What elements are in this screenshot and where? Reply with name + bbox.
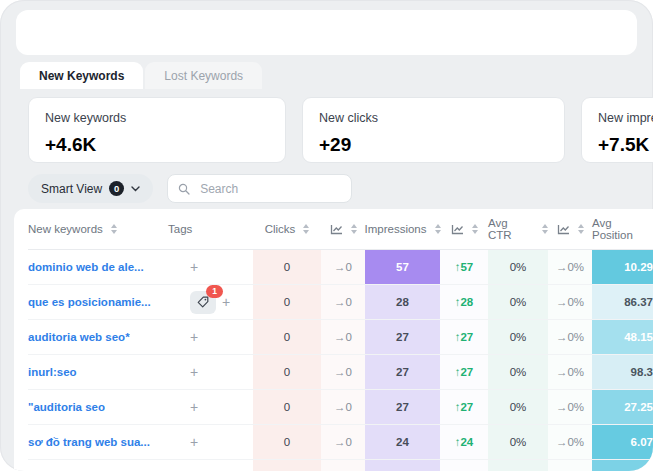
avg-position-value: 27.25	[592, 390, 653, 424]
impressions-change: ↑27	[440, 320, 488, 354]
smart-view-dropdown[interactable]: Smart View 0	[28, 174, 153, 203]
column-header-clicks: Clicks	[253, 209, 321, 249]
impressions-value: 27	[365, 390, 440, 424]
sort-icon[interactable]	[351, 224, 357, 234]
keywords-table: New keywords Tags Clicks Impressions	[14, 209, 653, 471]
sort-icon[interactable]	[303, 224, 309, 234]
clicks-value: 0	[253, 355, 321, 389]
tab-new-keywords[interactable]: New Keywords	[20, 62, 143, 89]
column-header-avg-position: Avg Position	[592, 209, 653, 249]
metric-label: New clicks	[319, 111, 548, 125]
clicks-trend: →0	[321, 355, 365, 389]
column-header-impressions-trend	[440, 209, 488, 249]
impressions-value: 28	[365, 285, 440, 319]
keyword-link[interactable]: que es posicionamie...	[28, 296, 151, 308]
table-row: "auditoria seo+0→027↑270%→0%27.25	[28, 390, 653, 425]
metric-value: +4.6K	[45, 134, 269, 156]
keyword-link[interactable]: inurl:seo	[28, 366, 77, 378]
tag-count-badge: 1	[206, 285, 223, 298]
search-box	[167, 174, 352, 203]
metric-label: New keywords	[45, 111, 269, 125]
avg-ctr-value: 0%	[488, 355, 548, 389]
sort-icon[interactable]	[578, 224, 584, 234]
impressions-change: ↑27	[440, 390, 488, 424]
line-chart-icon	[451, 224, 464, 235]
avg-position-value: 86.37	[592, 285, 653, 319]
metric-value: +29	[319, 134, 548, 156]
column-header-impressions: Impressions	[365, 209, 440, 249]
sort-icon[interactable]	[111, 224, 117, 234]
metric-card-new-keywords: New keywords +4.6K	[28, 97, 286, 163]
metric-cards: New keywords +4.6K New clicks +29 New im…	[28, 97, 653, 163]
ctr-trend: →0%	[548, 390, 592, 424]
avg-position-value: 98.3	[592, 355, 653, 389]
table-row: auditoria web seo*+0→027↑270%→0%48.15	[28, 320, 653, 355]
add-tag-button[interactable]: +	[190, 260, 198, 274]
avg-ctr-value: 0%	[488, 425, 548, 459]
impressions-value: 27	[365, 355, 440, 389]
metric-card-new-clicks: New clicks +29	[302, 97, 565, 163]
clicks-value: 0	[253, 390, 321, 424]
table-row: que es posicionamie...1+0→028↑280%→0%86.…	[28, 285, 653, 320]
tab-lost-keywords[interactable]: Lost Keywords	[145, 62, 262, 89]
table-row: inurl:seo+0→027↑270%→0%98.3	[28, 355, 653, 390]
keyword-link[interactable]: auditoria web seo*	[28, 331, 130, 343]
ctr-trend: →0%	[548, 250, 592, 284]
line-chart-icon	[557, 224, 570, 235]
chevron-down-icon	[131, 186, 140, 192]
table-body: dominio web de ale...+0→057↑570%→0%10.29…	[28, 250, 653, 471]
keyword-link[interactable]: sơ đồ trang web sua...	[28, 436, 150, 448]
impressions-change: ↑57	[440, 250, 488, 284]
top-toolbar-placeholder	[16, 10, 637, 55]
impressions-value: 27	[365, 320, 440, 354]
add-tag-button[interactable]: +	[190, 365, 198, 379]
add-tag-button[interactable]: +	[190, 330, 198, 344]
filter-row: Smart View 0	[28, 174, 653, 203]
impressions-change: ↑27	[440, 355, 488, 389]
impressions-value: 57	[365, 250, 440, 284]
avg-position-value: 10.29	[592, 250, 653, 284]
clicks-trend: →0	[321, 320, 365, 354]
smart-view-label: Smart View	[41, 182, 102, 196]
clicks-trend: →0	[321, 390, 365, 424]
clicks-value: 0	[253, 320, 321, 354]
add-tag-button[interactable]: +	[222, 295, 230, 309]
line-chart-icon	[330, 224, 343, 235]
metric-label: New impressions	[598, 111, 653, 125]
metric-card-new-impressions: New impressions +7.5K	[581, 97, 653, 163]
table-header: New keywords Tags Clicks Impressions	[28, 209, 653, 250]
tag-icon	[197, 296, 209, 308]
impressions-change: ↑28	[440, 285, 488, 319]
clicks-value: 0	[253, 250, 321, 284]
clicks-trend: →0	[321, 250, 365, 284]
column-header-clicks-trend	[321, 209, 365, 249]
impressions-change: ↑24	[440, 425, 488, 459]
keyword-link[interactable]: "auditoria seo	[28, 401, 105, 413]
column-header-keywords: New keywords	[28, 209, 168, 249]
table-row: sơ đồ trang web sua...+0→024↑240%→0%6.07	[28, 425, 653, 460]
keyword-link[interactable]: dominio web de ale...	[28, 261, 144, 273]
tag-button[interactable]: 1	[190, 291, 216, 314]
impressions-value: 24	[365, 425, 440, 459]
clicks-value: 0	[253, 285, 321, 319]
search-icon	[178, 183, 190, 195]
clicks-value: 0	[253, 425, 321, 459]
clicks-trend: →0	[321, 425, 365, 459]
avg-ctr-value: 0%	[488, 285, 548, 319]
add-tag-button[interactable]: +	[190, 400, 198, 414]
column-header-avg-ctr: Avg CTR	[488, 209, 548, 249]
column-header-ctr-trend	[548, 209, 592, 249]
metric-value: +7.5K	[598, 134, 653, 156]
smart-view-count-badge: 0	[109, 181, 124, 196]
keywords-dashboard: New Keywords Lost Keywords New keywords …	[0, 0, 653, 471]
avg-position-value: 6.07	[592, 425, 653, 459]
ctr-trend: →0%	[548, 355, 592, 389]
avg-ctr-value: 0%	[488, 320, 548, 354]
ctr-trend: →0%	[548, 285, 592, 319]
search-input[interactable]	[198, 181, 341, 197]
avg-position-value: 48.15	[592, 320, 653, 354]
add-tag-button[interactable]: +	[190, 435, 198, 449]
sort-icon[interactable]	[472, 224, 478, 234]
avg-ctr-value: 0%	[488, 250, 548, 284]
ctr-trend: →0%	[548, 320, 592, 354]
